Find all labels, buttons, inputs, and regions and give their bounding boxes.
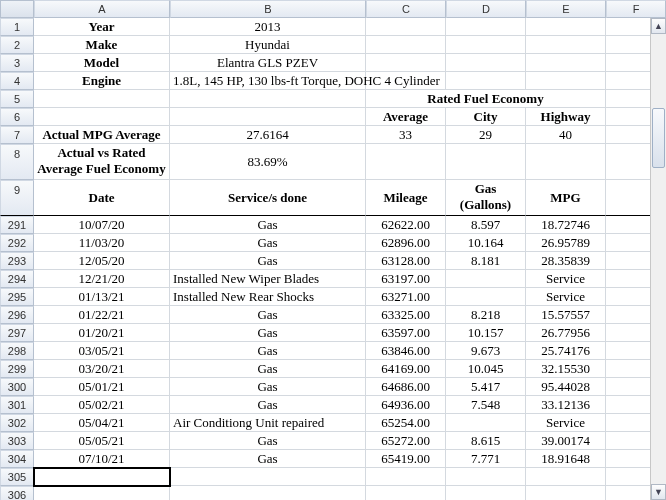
vertical-scrollbar[interactable]: ▲ ▼ bbox=[650, 18, 666, 500]
cell-service[interactable]: Gas bbox=[170, 216, 366, 234]
cell-gallons[interactable]: 7.771 bbox=[446, 450, 526, 468]
cell-make-value[interactable]: Hyundai bbox=[170, 36, 366, 54]
cell-blank[interactable] bbox=[526, 486, 606, 500]
row-header[interactable]: 301 bbox=[0, 396, 34, 414]
cell-blank[interactable] bbox=[446, 486, 526, 500]
cell-engine-label[interactable]: Engine bbox=[34, 72, 170, 90]
cell-gallons[interactable]: 5.417 bbox=[446, 378, 526, 396]
col-mpg-header[interactable]: MPG bbox=[526, 180, 606, 216]
cell-service[interactable]: Installed New Rear Shocks bbox=[170, 288, 366, 306]
cell-blank[interactable] bbox=[366, 18, 446, 36]
cell-mileage[interactable]: 65419.00 bbox=[366, 450, 446, 468]
row-header[interactable]: 303 bbox=[0, 432, 34, 450]
cell-mileage[interactable]: 64686.00 bbox=[366, 378, 446, 396]
cell-blank[interactable] bbox=[446, 72, 526, 90]
row-header[interactable]: 291 bbox=[0, 216, 34, 234]
row-header[interactable]: 7 bbox=[0, 126, 34, 144]
cell-blank[interactable] bbox=[526, 54, 606, 72]
row-header[interactable]: 3 bbox=[0, 54, 34, 72]
row-header[interactable]: 306 bbox=[0, 486, 34, 500]
cell-mpg[interactable]: 95.44028 bbox=[526, 378, 606, 396]
cell-blank[interactable] bbox=[446, 144, 526, 180]
cell-service[interactable]: Gas bbox=[170, 378, 366, 396]
cell-blank[interactable] bbox=[526, 144, 606, 180]
row-header[interactable]: 6 bbox=[0, 108, 34, 126]
cell-date[interactable]: 03/05/21 bbox=[34, 342, 170, 360]
cell-mileage[interactable]: 63197.00 bbox=[366, 270, 446, 288]
cell-mileage[interactable]: 62896.00 bbox=[366, 234, 446, 252]
cell-gallons[interactable]: 10.045 bbox=[446, 360, 526, 378]
row-header[interactable]: 295 bbox=[0, 288, 34, 306]
cell-blank[interactable] bbox=[170, 108, 366, 126]
cell-mpg[interactable]: 33.12136 bbox=[526, 396, 606, 414]
cell-blank[interactable] bbox=[526, 468, 606, 486]
cell-service[interactable]: Gas bbox=[170, 450, 366, 468]
col-header-D[interactable]: D bbox=[446, 0, 526, 18]
cell-mileage[interactable]: 63128.00 bbox=[366, 252, 446, 270]
cell-date[interactable]: 12/21/20 bbox=[34, 270, 170, 288]
cell-date[interactable]: 05/02/21 bbox=[34, 396, 170, 414]
cell-service[interactable]: Gas bbox=[170, 360, 366, 378]
row-header[interactable]: 296 bbox=[0, 306, 34, 324]
cell-date[interactable]: 05/01/21 bbox=[34, 378, 170, 396]
cell-blank[interactable] bbox=[170, 90, 366, 108]
cell-date[interactable]: 01/13/21 bbox=[34, 288, 170, 306]
cell-service[interactable]: Gas bbox=[170, 396, 366, 414]
cell-service[interactable]: Gas bbox=[170, 306, 366, 324]
cell-service[interactable]: Gas bbox=[170, 324, 366, 342]
cell-date[interactable]: 03/20/21 bbox=[34, 360, 170, 378]
row-header[interactable]: 4 bbox=[0, 72, 34, 90]
cell-year-label[interactable]: Year bbox=[34, 18, 170, 36]
cell-mpg[interactable]: 25.74176 bbox=[526, 342, 606, 360]
row-header[interactable]: 294 bbox=[0, 270, 34, 288]
scroll-down-button[interactable]: ▼ bbox=[651, 484, 666, 500]
cell-blank[interactable] bbox=[366, 486, 446, 500]
cell-mpg[interactable]: 28.35839 bbox=[526, 252, 606, 270]
cell-year-value[interactable]: 2013 bbox=[170, 18, 366, 36]
cell-blank[interactable] bbox=[170, 486, 366, 500]
cell-mpg[interactable]: 26.77956 bbox=[526, 324, 606, 342]
cell-date[interactable]: 01/22/21 bbox=[34, 306, 170, 324]
cell-service[interactable]: Gas bbox=[170, 252, 366, 270]
row-header[interactable]: 302 bbox=[0, 414, 34, 432]
cell-mileage[interactable]: 63597.00 bbox=[366, 324, 446, 342]
cell-blank[interactable] bbox=[526, 18, 606, 36]
cell-gallons[interactable]: 10.164 bbox=[446, 234, 526, 252]
cell-service[interactable]: Gas bbox=[170, 342, 366, 360]
cell-blank[interactable] bbox=[446, 54, 526, 72]
cell-blank[interactable] bbox=[366, 36, 446, 54]
row-header[interactable]: 293 bbox=[0, 252, 34, 270]
cell-mpg[interactable]: Service bbox=[526, 288, 606, 306]
cell-gallons[interactable] bbox=[446, 414, 526, 432]
cell-ratio-value[interactable]: 83.69% bbox=[170, 144, 366, 180]
cell-rated-avg-label[interactable]: Average bbox=[366, 108, 446, 126]
cell-date[interactable]: 10/07/20 bbox=[34, 216, 170, 234]
cell-service[interactable]: Installed New Wiper Blades bbox=[170, 270, 366, 288]
col-date-header[interactable]: Date bbox=[34, 180, 170, 216]
cell-date[interactable]: 05/04/21 bbox=[34, 414, 170, 432]
cell-service[interactable]: Air Conditiong Unit repaired bbox=[170, 414, 366, 432]
row-header[interactable]: 304 bbox=[0, 450, 34, 468]
cell-gallons[interactable]: 10.157 bbox=[446, 324, 526, 342]
cell-date[interactable]: 07/10/21 bbox=[34, 450, 170, 468]
cell-mpg[interactable]: 18.72746 bbox=[526, 216, 606, 234]
cell-gallons[interactable] bbox=[446, 270, 526, 288]
cell-date[interactable]: 11/03/20 bbox=[34, 234, 170, 252]
cell-blank[interactable] bbox=[446, 18, 526, 36]
row-header[interactable]: 2 bbox=[0, 36, 34, 54]
cell-gallons[interactable]: 7.548 bbox=[446, 396, 526, 414]
row-header[interactable]: 1 bbox=[0, 18, 34, 36]
cell-gallons[interactable]: 8.615 bbox=[446, 432, 526, 450]
row-header[interactable]: 9 bbox=[0, 180, 34, 216]
cell-mileage[interactable]: 65254.00 bbox=[366, 414, 446, 432]
cell-date[interactable]: 01/20/21 bbox=[34, 324, 170, 342]
row-header[interactable]: 8 bbox=[0, 144, 34, 180]
cell-service[interactable]: Gas bbox=[170, 234, 366, 252]
cell-gallons[interactable]: 8.181 bbox=[446, 252, 526, 270]
cell-date[interactable]: 05/05/21 bbox=[34, 432, 170, 450]
cell-ratio-label[interactable]: Actual vs Rated Average Fuel Economy bbox=[34, 144, 170, 180]
cell-rated-city-label[interactable]: City bbox=[446, 108, 526, 126]
cell-mileage[interactable]: 63271.00 bbox=[366, 288, 446, 306]
cell-mpg[interactable]: 39.00174 bbox=[526, 432, 606, 450]
cell-blank[interactable] bbox=[526, 36, 606, 54]
